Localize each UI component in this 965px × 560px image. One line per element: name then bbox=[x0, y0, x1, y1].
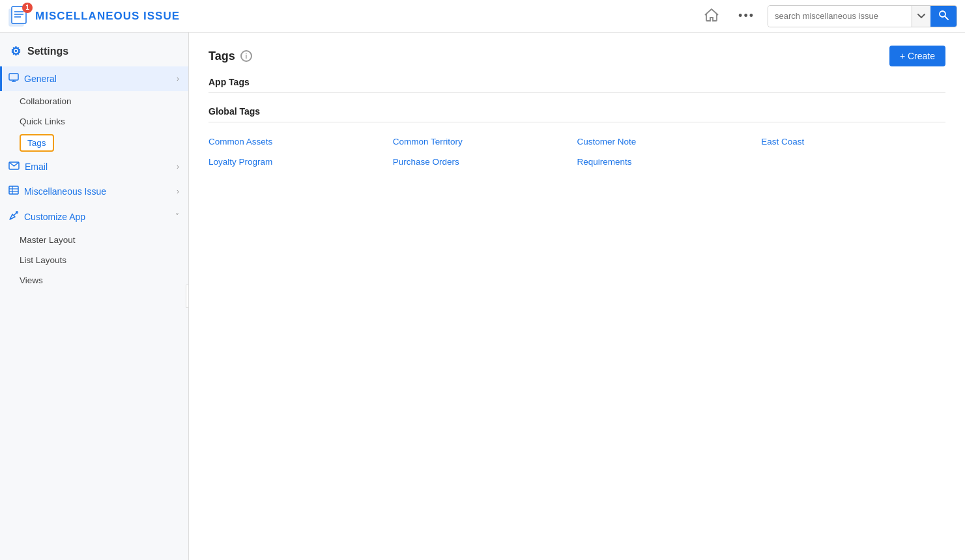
email-nav-icon bbox=[8, 161, 20, 170]
general-nav-icon bbox=[8, 73, 19, 82]
search-input[interactable] bbox=[768, 6, 912, 27]
svg-line-6 bbox=[945, 16, 948, 20]
sidebar-item-miscellaneous-issue[interactable]: Miscellaneous Issue › bbox=[0, 179, 188, 204]
misc-issue-nav-arrow: › bbox=[177, 187, 179, 196]
search-container bbox=[768, 5, 957, 27]
main-content-header: Tags i + Create bbox=[209, 46, 945, 66]
sidebar-item-views[interactable]: Views bbox=[0, 270, 188, 290]
sidebar-item-quick-links[interactable]: Quick Links bbox=[0, 111, 188, 132]
general-nav-label: General bbox=[24, 74, 171, 84]
global-tags-divider bbox=[209, 122, 945, 122]
sidebar-item-general[interactable]: General › bbox=[0, 66, 188, 91]
app-title: MISCELLANEOUS ISSUE bbox=[35, 10, 180, 23]
more-options-button[interactable]: ••• bbox=[732, 5, 761, 27]
sidebar-item-list-layouts[interactable]: List Layouts bbox=[0, 250, 188, 270]
sidebar-item-collaboration[interactable]: Collaboration bbox=[0, 91, 188, 111]
global-tags-section: Global Tags Common Assets Common Territo… bbox=[209, 106, 945, 169]
gear-icon: ⚙ bbox=[10, 44, 21, 59]
sidebar-item-customize-app[interactable]: Customize App ˅ bbox=[0, 204, 188, 230]
create-button[interactable]: + Create bbox=[889, 46, 945, 66]
home-button[interactable] bbox=[698, 5, 725, 27]
svg-rect-7 bbox=[9, 74, 18, 80]
misc-nav-icon bbox=[8, 186, 19, 195]
sidebar-item-master-layout[interactable]: Master Layout bbox=[0, 230, 188, 250]
global-tags-grid: Common Assets Common Territory Customer … bbox=[209, 134, 945, 169]
app-icon: 1 bbox=[8, 5, 30, 27]
svg-rect-11 bbox=[9, 186, 18, 194]
tag-empty-placeholder bbox=[761, 154, 945, 169]
app-tags-divider bbox=[209, 92, 945, 93]
app-tags-section-title: App Tags bbox=[209, 77, 945, 87]
tag-east-coast[interactable]: East Coast bbox=[761, 134, 945, 149]
global-tags-section-title: Global Tags bbox=[209, 106, 945, 117]
customize-app-nav-arrow: ˅ bbox=[175, 212, 179, 221]
tag-purchase-orders[interactable]: Purchase Orders bbox=[393, 154, 577, 169]
tag-common-territory[interactable]: Common Territory bbox=[393, 134, 577, 149]
info-icon[interactable]: i bbox=[240, 50, 252, 62]
notification-badge: 1 bbox=[22, 3, 33, 13]
customize-nav-icon bbox=[8, 210, 19, 221]
app-brand: 1 MISCELLANEOUS ISSUE bbox=[8, 5, 180, 27]
settings-header: ⚙ Settings bbox=[0, 33, 188, 66]
customize-app-nav-label: Customize App bbox=[24, 212, 170, 222]
settings-label: Settings bbox=[27, 46, 68, 57]
sidebar-item-email[interactable]: Email › bbox=[0, 154, 188, 179]
general-nav-arrow: › bbox=[177, 74, 179, 83]
email-nav-arrow: › bbox=[177, 162, 179, 171]
page-title-text: Tags bbox=[209, 49, 235, 63]
tag-common-assets[interactable]: Common Assets bbox=[209, 134, 393, 149]
tag-loyalty-program[interactable]: Loyalty Program bbox=[209, 154, 393, 169]
customize-icon bbox=[8, 210, 19, 223]
home-icon bbox=[704, 8, 719, 21]
app-tags-section: App Tags bbox=[209, 77, 945, 93]
tag-customer-note[interactable]: Customer Note bbox=[577, 134, 762, 149]
app-header: 1 MISCELLANEOUS ISSUE ••• bbox=[0, 0, 965, 33]
app-layout: ⚙ Settings General › Collaboration Quick… bbox=[0, 33, 965, 560]
chevron-down-icon bbox=[917, 14, 925, 19]
search-go-button[interactable] bbox=[930, 5, 957, 27]
email-icon bbox=[8, 161, 20, 173]
sidebar: ⚙ Settings General › Collaboration Quick… bbox=[0, 33, 189, 560]
sidebar-item-tags[interactable]: Tags bbox=[20, 134, 54, 152]
page-title: Tags i bbox=[209, 49, 252, 63]
search-dropdown-button[interactable] bbox=[912, 6, 930, 27]
miscellaneous-issue-nav-label: Miscellaneous Issue bbox=[24, 186, 171, 197]
search-icon bbox=[938, 10, 949, 20]
table-icon bbox=[8, 186, 19, 197]
tag-requirements[interactable]: Requirements bbox=[577, 154, 762, 169]
main-content: Tags i + Create App Tags Global Tags Com… bbox=[189, 33, 965, 560]
email-nav-label: Email bbox=[25, 161, 171, 172]
monitor-icon bbox=[8, 73, 19, 85]
